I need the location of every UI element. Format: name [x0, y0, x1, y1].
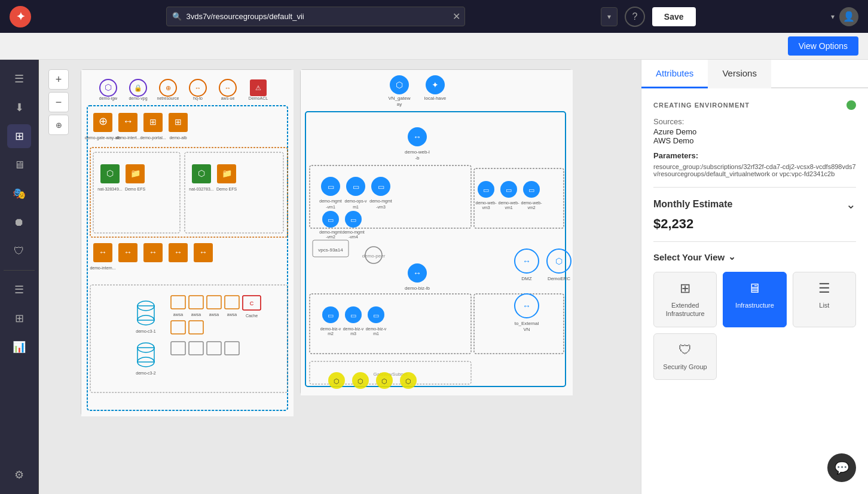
search-icon: 🔍: [172, 12, 182, 21]
svg-text:⊕: ⊕: [166, 84, 171, 91]
view-options-bar: View Options: [0, 33, 868, 60]
save-button[interactable]: Save: [652, 7, 696, 26]
avatar[interactable]: 👤: [839, 7, 858, 26]
user-chevron-icon: ▾: [831, 13, 835, 21]
clear-search-button[interactable]: ✕: [453, 11, 460, 22]
sidebar: ☰ ⬇ ⊞ 🖥 🎭 ⏺ 🛡 ☰ ⊞ 📊 ⚙: [0, 60, 39, 494]
svg-text:demo-web-l: demo-web-l: [405, 149, 430, 155]
sidebar-icon-grid[interactable]: ⊞: [7, 306, 31, 330]
svg-text:Cache: Cache: [246, 314, 258, 318]
svg-text:⬡: ⬡: [357, 378, 363, 385]
diagram-panels: ⬡ demo-igw 🔒 demo-vpg ⊕ netresource ↔ hq…: [81, 69, 572, 416]
svg-text:to_External: to_External: [515, 321, 539, 326]
sidebar-icon-settings[interactable]: ⚙: [7, 463, 31, 487]
svg-text:m1: m1: [373, 332, 379, 336]
svg-text:⬡: ⬡: [198, 168, 205, 178]
sidebar-icon-menu[interactable]: ☰: [7, 67, 31, 91]
svg-text:⬡: ⬡: [106, 168, 114, 178]
svg-text:demo-biz-lb: demo-biz-lb: [405, 286, 430, 291]
svg-text:▭: ▭: [350, 312, 356, 319]
svg-text:demo-igw: demo-igw: [99, 96, 118, 101]
monthly-estimate-section: Monthly Estimate ⌄: [653, 197, 856, 211]
app-logo[interactable]: ✦: [10, 6, 31, 27]
svg-text:Demo EFS: Demo EFS: [216, 187, 237, 191]
svg-text:-vm2: -vm2: [326, 235, 335, 239]
svg-text:demo-intern...: demo-intern...: [90, 266, 115, 270]
focus-button[interactable]: ⊕: [48, 115, 69, 135]
sidebar-icon-apps[interactable]: ⊞: [7, 124, 31, 148]
svg-text:⬡: ⬡: [396, 80, 403, 90]
tab-attributes[interactable]: Attributes: [641, 60, 708, 88]
search-dropdown-button[interactable]: ▾: [601, 7, 618, 26]
svg-text:demo-biz-v: demo-biz-v: [366, 327, 387, 331]
view-card-extended-infrastructure[interactable]: ⊞ Extended Infrastructure: [653, 272, 717, 327]
aws-diagram-panel[interactable]: ⬡ demo-igw 🔒 demo-vpg ⊕ netresource ↔ hq…: [81, 69, 293, 416]
sidebar-icon-mask[interactable]: 🎭: [7, 182, 31, 205]
svg-text:⬡: ⬡: [405, 378, 411, 385]
help-button[interactable]: ?: [625, 7, 645, 27]
svg-text:⚠: ⚠: [255, 84, 261, 91]
chat-icon: 💬: [835, 461, 849, 475]
azure-diagram-panel[interactable]: ⬡ VN_gatew ay ✦ local-have ↔ demo-web-l …: [300, 69, 572, 395]
svg-text:Demo EFS: Demo EFS: [125, 187, 146, 191]
sidebar-icon-record[interactable]: ⏺: [7, 210, 31, 234]
chat-button[interactable]: 💬: [827, 453, 856, 482]
svg-text:▭: ▭: [506, 186, 512, 194]
svg-text:demo-c3-1: demo-c3-1: [136, 329, 156, 333]
svg-text:-vm4: -vm4: [349, 235, 358, 239]
svg-text:▭: ▭: [373, 312, 379, 319]
sidebar-icon-shield[interactable]: 🛡: [7, 239, 31, 263]
azure-diagram-svg: ⬡ VN_gatew ay ✦ local-have ↔ demo-web-l …: [301, 70, 573, 395]
svg-text:aws-ue: aws-ue: [221, 96, 235, 100]
svg-text:demo-mgmt: demo-mgmt: [342, 230, 364, 235]
zoom-in-button[interactable]: +: [48, 69, 69, 90]
view-options-button[interactable]: View Options: [788, 36, 858, 56]
svg-text:hq-to: hq-to: [193, 96, 203, 101]
svg-text:⬡: ⬡: [555, 256, 563, 266]
user-area: ▾ 👤: [831, 7, 858, 26]
sidebar-icon-list[interactable]: ☰: [7, 278, 31, 302]
view-card-infrastructure[interactable]: 🖥 Infrastructure: [723, 272, 786, 327]
select-view-label: Select Your View: [653, 252, 725, 262]
view-card-list[interactable]: ☰ List: [793, 272, 856, 327]
svg-text:m1: m1: [353, 205, 359, 209]
svg-text:demo-portal...: demo-portal...: [140, 136, 166, 140]
svg-text:↔: ↔: [195, 84, 201, 91]
svg-text:↔: ↔: [522, 256, 531, 266]
svg-text:m3: m3: [350, 332, 356, 336]
svg-text:demo-mgmt: demo-mgmt: [319, 199, 341, 204]
tab-versions[interactable]: Versions: [708, 60, 771, 88]
aws-diagram-svg: ⬡ demo-igw 🔒 demo-vpg ⊕ netresource ↔ hq…: [81, 70, 294, 416]
svg-text:⬡: ⬡: [381, 378, 387, 385]
search-input[interactable]: [166, 7, 465, 26]
svg-text:↔: ↔: [413, 132, 421, 142]
panel-body: CREATING ENVIRONMENT Sources: Azure Demo…: [641, 88, 868, 494]
view-card-security-group[interactable]: 🛡 Security Group: [653, 333, 717, 380]
right-panel: Attributes Versions CREATING ENVIRONMENT…: [641, 60, 868, 494]
sidebar-icon-display[interactable]: 🖥: [7, 153, 31, 177]
sidebar-icon-download[interactable]: ⬇: [7, 96, 31, 119]
view-options-grid: ⊞ Extended Infrastructure 🖥 Infrastructu…: [653, 272, 856, 327]
svg-text:-vm3: -vm3: [376, 205, 386, 209]
canvas-area: + − ⊕ ⬡ demo-igw 🔒 demo-vpg: [39, 60, 641, 494]
svg-text:📁: 📁: [222, 168, 233, 179]
svg-text:-b: -b: [415, 155, 420, 161]
sources-row: Sources: Azure Demo AWS Demo: [653, 117, 856, 145]
svg-text:C: C: [250, 300, 254, 306]
zoom-out-button[interactable]: −: [48, 92, 69, 112]
params-row: Parameters: resource_group:/subscription…: [653, 150, 856, 177]
svg-text:demo-biz-v: demo-biz-v: [343, 327, 364, 331]
svg-text:local-have: local-have: [424, 96, 447, 101]
sidebar-icon-chart[interactable]: 📊: [7, 335, 31, 359]
svg-text:⬡: ⬡: [105, 82, 112, 92]
list-label: List: [819, 301, 829, 309]
help-icon: ?: [632, 11, 637, 22]
svg-text:demo-mgmt: demo-mgmt: [319, 230, 341, 235]
svg-text:VN: VN: [523, 327, 530, 332]
sources-label: Sources:: [653, 117, 856, 126]
svg-text:↔: ↔: [123, 115, 133, 127]
monthly-chevron-icon[interactable]: ⌄: [846, 197, 856, 211]
extended-infra-icon: ⊞: [680, 281, 690, 296]
svg-text:📁: 📁: [130, 168, 141, 179]
svg-text:DemoACL: DemoACL: [249, 96, 268, 100]
